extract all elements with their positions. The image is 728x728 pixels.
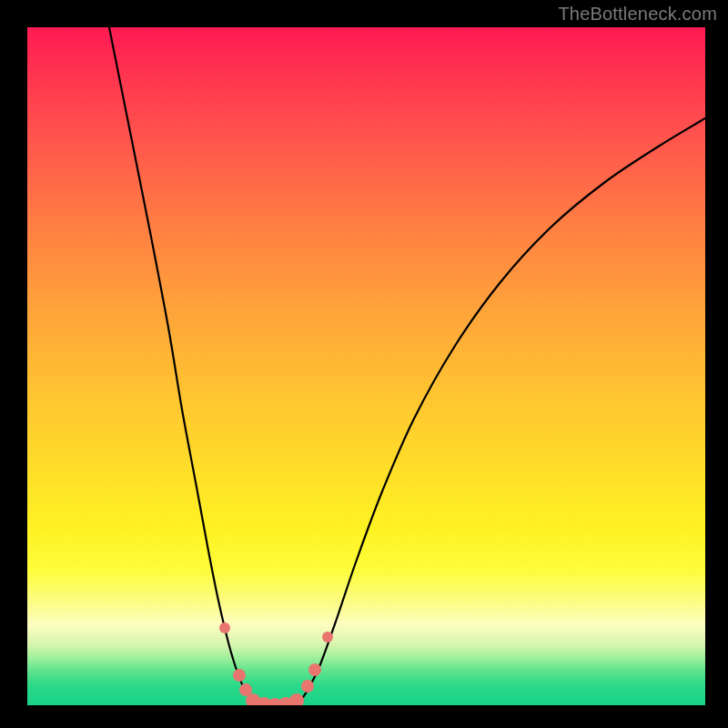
highlight-dot (233, 669, 246, 682)
watermark-text: TheBottleneck.com (558, 4, 717, 25)
highlight-dot (289, 693, 304, 705)
highlight-dot (301, 680, 314, 693)
highlight-dot (219, 622, 230, 633)
bottleneck-curve (109, 27, 705, 705)
plot-area (27, 27, 705, 705)
highlight-dot (322, 632, 333, 642)
highlight-dot (308, 663, 321, 676)
marker-group (219, 622, 333, 705)
curves-svg (27, 27, 705, 705)
curve-group (109, 27, 705, 705)
chart-frame: TheBottleneck.com (0, 0, 728, 728)
